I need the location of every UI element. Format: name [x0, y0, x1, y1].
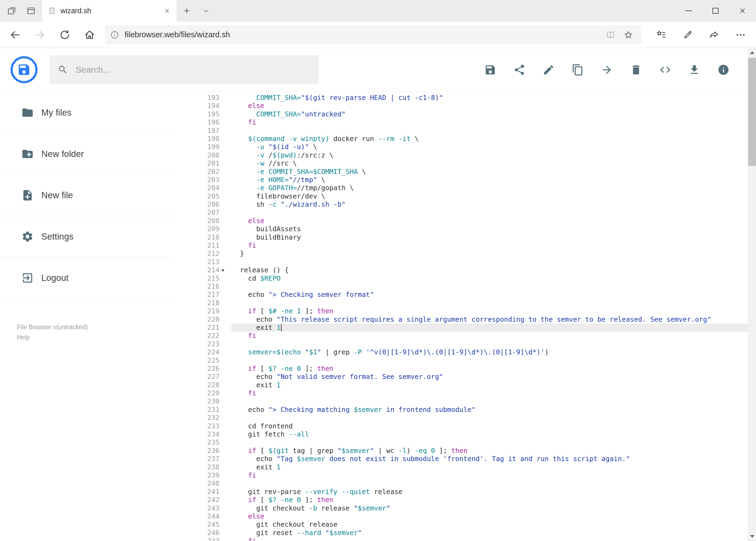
code-line[interactable]: 216	[173, 282, 748, 290]
sidebar-item-new-folder[interactable]: New folder	[0, 134, 173, 175]
delete-button[interactable]	[630, 64, 642, 76]
copy-button[interactable]	[571, 64, 584, 76]
code-line[interactable]: 233 cd frontend	[173, 422, 748, 430]
code-line[interactable]: 194 else	[173, 102, 748, 110]
code-line[interactable]: 198 $(command -v winpty) docker run --rm…	[173, 135, 748, 143]
code-line[interactable]: 221 exit 1	[173, 323, 748, 332]
code-line[interactable]: 206 sh -c "./wizard.sh -b"	[173, 201, 748, 209]
reading-view-button[interactable]	[602, 27, 620, 43]
help-link[interactable]: Help	[17, 332, 173, 342]
code-line[interactable]: 243 git checkout -b release "$semver"	[173, 504, 748, 512]
code-line[interactable]: 223	[173, 340, 748, 348]
browser-tab[interactable]: wizard.sh	[42, 0, 177, 22]
save-button[interactable]	[484, 64, 496, 76]
code-line[interactable]: 201 -w //src \	[173, 159, 748, 168]
code-line[interactable]: 210 buildBinary	[173, 234, 748, 242]
code-line[interactable]: 222 fi	[173, 332, 748, 340]
code-line[interactable]: 231 echo "> Checking matching $semver in…	[173, 406, 748, 414]
code-line[interactable]: 237 echo "Tag $semver does not exist in …	[173, 455, 748, 463]
code-line[interactable]: 224 semver=$(echo "$1" | grep -P '^v(0|[…	[173, 348, 748, 356]
code-line[interactable]: 193 COMMIT_SHA="$(git rev-parse HEAD | c…	[173, 94, 748, 102]
code-line[interactable]: 195 COMMIT_SHA="untracked"	[173, 110, 748, 118]
code-line[interactable]: 217 echo "> Checking semver format"	[173, 290, 748, 299]
share-button[interactable]	[513, 64, 526, 76]
code-line[interactable]: 238 exit 1	[173, 463, 748, 471]
page-scrollbar[interactable]	[748, 48, 756, 541]
code-line[interactable]: 244 else	[173, 512, 748, 520]
tab-list-button[interactable]	[196, 0, 216, 22]
code-line[interactable]: 234 git fetch --all	[173, 430, 748, 438]
code-line[interactable]: 225	[173, 356, 748, 365]
code-line[interactable]: 240	[173, 479, 748, 487]
code-line[interactable]: 202 -e COMMIT_SHA=$COMMIT_SHA \	[173, 168, 748, 176]
code-line[interactable]: 211 fi	[173, 242, 748, 250]
code-editor[interactable]: 193 COMMIT_SHA="$(git rev-parse HEAD | c…	[173, 92, 748, 541]
scrollbar-thumb[interactable]	[748, 58, 756, 166]
home-button[interactable]	[77, 23, 102, 47]
new-tab-button[interactable]	[177, 0, 196, 22]
edit-button[interactable]	[542, 64, 555, 76]
code-line[interactable]: 205 filebrowser/dev \	[173, 192, 748, 201]
web-note-button[interactable]	[674, 23, 701, 47]
hub-button[interactable]	[648, 23, 674, 47]
sidebar-item-settings[interactable]: Settings	[0, 216, 173, 258]
code-line[interactable]: 236 if [ $(git tag | grep "$semver" | wc…	[173, 447, 748, 455]
tab-close-icon[interactable]	[162, 5, 172, 16]
code-line[interactable]: 228 exit 1	[173, 381, 748, 389]
add-favorite-button[interactable]	[620, 27, 637, 43]
code-line[interactable]: 203 -e HOME="//tmp" \	[173, 176, 748, 184]
code-line[interactable]: 241 git rev-parse --verify --quiet relea…	[173, 488, 748, 496]
tabs-preview-button[interactable]	[23, 3, 39, 19]
code-line[interactable]: 226 if [ $? -ne 0 ]; then	[173, 365, 748, 373]
code-line[interactable]: 214▾release () {	[173, 266, 748, 274]
filebrowser-logo[interactable]	[11, 56, 38, 83]
site-info-icon[interactable]	[110, 30, 119, 39]
raw-code-button[interactable]	[659, 64, 671, 76]
search-input[interactable]	[75, 65, 312, 75]
back-button[interactable]	[3, 23, 28, 47]
code-line[interactable]: 199 -u "$(id -u)" \	[173, 143, 748, 151]
sidebar-item-new-file[interactable]: New file	[0, 175, 173, 216]
code-line[interactable]: 200 -v /$(pwd):/src:z \	[173, 151, 748, 159]
code-line[interactable]: 220 echo "This release script requires a…	[173, 315, 748, 323]
share-page-button[interactable]	[701, 23, 727, 47]
close-window-button[interactable]	[729, 0, 756, 22]
code-line[interactable]: 239 fi	[173, 471, 748, 479]
move-button[interactable]	[601, 64, 613, 76]
download-button[interactable]	[688, 64, 700, 76]
scroll-down-button[interactable]	[748, 532, 756, 541]
forward-button[interactable]	[28, 23, 52, 47]
code-line[interactable]: 196 fi	[173, 118, 748, 126]
code-line[interactable]: 232	[173, 414, 748, 422]
code-line[interactable]: 227 echo "Not valid semver format. See s…	[173, 373, 748, 381]
fold-arrow-icon[interactable]: ▾	[222, 266, 224, 274]
address-bar[interactable]: filebrowser.web/files/wizard.sh	[105, 25, 641, 44]
url-text[interactable]: filebrowser.web/files/wizard.sh	[125, 30, 602, 39]
refresh-button[interactable]	[52, 23, 77, 47]
code-line[interactable]: 242 if [ $? -ne 0 ]; then	[173, 496, 748, 504]
sidebar-item-my-files[interactable]: My files	[0, 92, 173, 134]
code-line[interactable]: 247 fi	[173, 537, 748, 541]
code-line[interactable]: 218	[173, 299, 748, 307]
set-tabs-aside-button[interactable]	[4, 3, 19, 19]
info-button[interactable]	[717, 64, 730, 76]
code-line[interactable]: 235	[173, 438, 748, 446]
scroll-up-button[interactable]	[748, 48, 756, 57]
code-line[interactable]: 245 git checkout release	[173, 520, 748, 529]
maximize-button[interactable]	[702, 0, 729, 22]
code-line[interactable]: 246 git reset --hard "$semver"	[173, 529, 748, 537]
code-line[interactable]: 212}	[173, 250, 748, 258]
code-line[interactable]: 229 fi	[173, 389, 748, 397]
minimize-button[interactable]	[675, 0, 702, 22]
code-line[interactable]: 213	[173, 258, 748, 266]
code-line[interactable]: 204 -e GOPATH=//tmp/gopath \	[173, 184, 748, 192]
code-line[interactable]: 230	[173, 397, 748, 405]
code-line[interactable]: 215 cd $REPO	[173, 274, 748, 282]
settings-menu-button[interactable]	[727, 23, 754, 47]
sidebar-item-logout[interactable]: Logout	[0, 258, 173, 299]
search-box[interactable]	[50, 55, 319, 84]
code-line[interactable]: 207	[173, 209, 748, 217]
code-line[interactable]: 197	[173, 127, 748, 135]
code-line[interactable]: 209 buildAssets	[173, 225, 748, 233]
code-line[interactable]: 208 else	[173, 217, 748, 225]
